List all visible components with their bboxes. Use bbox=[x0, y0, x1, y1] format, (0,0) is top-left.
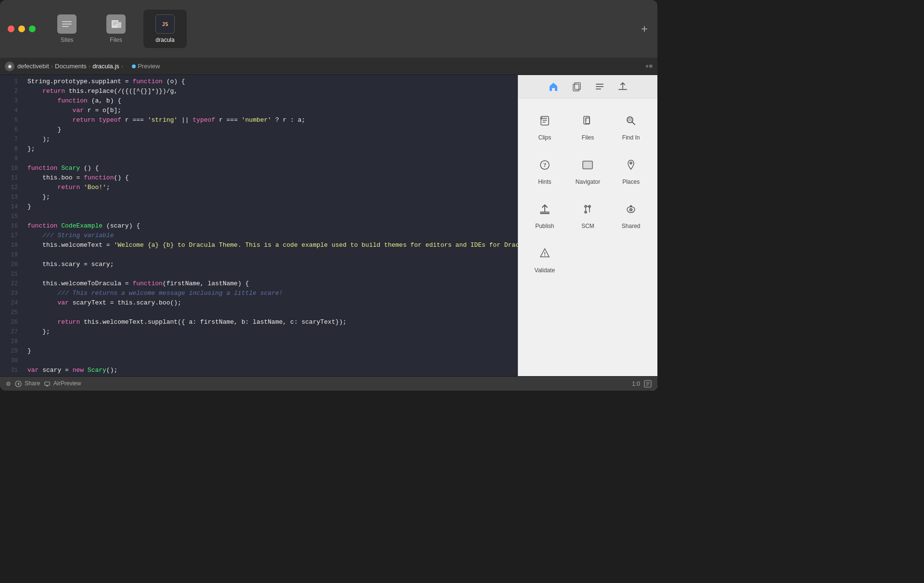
sidebar-home-icon[interactable] bbox=[547, 80, 560, 93]
code-line[interactable]: function (a, b) { bbox=[27, 96, 512, 106]
code-line[interactable]: function CodeExample (scary) { bbox=[27, 221, 512, 231]
tab-sites[interactable]: Sites bbox=[45, 10, 89, 48]
svg-rect-12 bbox=[596, 84, 603, 85]
find-in-icon bbox=[620, 110, 642, 131]
line-number: 18 bbox=[4, 241, 18, 250]
share-button[interactable]: Share bbox=[15, 380, 40, 387]
files-icon bbox=[577, 110, 598, 131]
code-line[interactable]: this.scary = scary; bbox=[27, 260, 512, 269]
close-button[interactable] bbox=[8, 25, 14, 32]
share-label: Share bbox=[25, 380, 40, 387]
code-line[interactable] bbox=[27, 154, 512, 164]
code-line[interactable]: this.welcomeToDracula = function(firstNa… bbox=[27, 279, 512, 289]
code-line[interactable]: ); bbox=[27, 135, 512, 144]
scm-label: SCM bbox=[581, 223, 594, 229]
sidebar-item-clips[interactable]: Clips bbox=[523, 103, 566, 148]
sidebar-item-scm[interactable]: SCM bbox=[566, 192, 610, 236]
sidebar-list-icon[interactable] bbox=[593, 80, 606, 93]
sidebar-item-hints[interactable]: ?Hints bbox=[523, 148, 566, 192]
code-line[interactable]: return typeof r === 'string' || typeof r… bbox=[27, 115, 512, 125]
code-line[interactable] bbox=[27, 308, 512, 317]
status-bar-right: 1:0 bbox=[632, 380, 652, 388]
code-line[interactable]: this.boo = function() { bbox=[27, 173, 512, 183]
gear-button[interactable]: ⚙ bbox=[6, 380, 11, 387]
line-number: 12 bbox=[4, 183, 18, 192]
code-line[interactable]: } bbox=[27, 346, 512, 356]
cursor-position: 1:0 bbox=[632, 380, 640, 387]
sidebar-item-shared[interactable]: Shared bbox=[609, 192, 653, 236]
code-line[interactable] bbox=[27, 269, 512, 279]
sidebar-item-places[interactable]: Places bbox=[609, 148, 653, 192]
svg-rect-22 bbox=[627, 120, 633, 121]
code-line[interactable]: /// This returns a welcome message inclu… bbox=[27, 289, 512, 298]
breadcrumb: defectivebit › Documents › dracula.js › bbox=[17, 63, 123, 70]
code-line[interactable]: var r = o[b]; bbox=[27, 106, 512, 115]
preview-button[interactable]: Preview bbox=[132, 63, 160, 70]
code-line[interactable] bbox=[27, 212, 512, 221]
tab-files[interactable]: Files bbox=[94, 10, 138, 48]
sidebar-upload-icon[interactable] bbox=[616, 80, 629, 93]
add-tab-button[interactable]: + bbox=[641, 22, 648, 36]
line-number: 27 bbox=[4, 327, 18, 337]
places-icon bbox=[620, 154, 642, 176]
svg-rect-18 bbox=[585, 118, 587, 119]
code-line[interactable]: return this.welcomeText.supplant({ a: fi… bbox=[27, 317, 512, 327]
svg-rect-3 bbox=[62, 26, 69, 27]
code-line[interactable]: return 'Boo!'; bbox=[27, 183, 512, 192]
code-content[interactable]: String.prototype.supplant = function (o)… bbox=[22, 77, 518, 389]
sidebar-item-find-in[interactable]: Find In bbox=[609, 103, 653, 148]
maximize-button[interactable] bbox=[29, 25, 36, 32]
code-line[interactable]: }; bbox=[27, 192, 512, 202]
sidebar-copy-icon[interactable] bbox=[570, 80, 583, 93]
code-line[interactable]: } bbox=[27, 125, 512, 135]
code-line[interactable]: }; bbox=[27, 144, 512, 154]
toolbar: ◉ defectivebit › Documents › dracula.js … bbox=[0, 58, 657, 75]
svg-rect-19 bbox=[585, 120, 587, 121]
code-line[interactable]: var scary = new Scary(); bbox=[27, 366, 512, 375]
code-line[interactable]: /// String variable bbox=[27, 231, 512, 241]
code-editor[interactable]: 1234567891011121314151617181920212223242… bbox=[0, 75, 518, 391]
line-number: 25 bbox=[4, 308, 18, 317]
line-number: 1 bbox=[4, 77, 18, 87]
breadcrumb-sep-1: › bbox=[51, 63, 53, 70]
code-line[interactable]: }; bbox=[27, 327, 512, 337]
code-line[interactable] bbox=[27, 356, 512, 366]
code-line[interactable]: } bbox=[27, 202, 512, 212]
line-number: 20 bbox=[4, 260, 18, 269]
toolbar-right: +≡ bbox=[645, 63, 653, 70]
breadcrumb-filename[interactable]: dracula.js bbox=[92, 63, 119, 70]
code-line[interactable]: function Scary () { bbox=[27, 164, 512, 173]
preview-label: Preview bbox=[138, 63, 160, 70]
more-button[interactable]: +≡ bbox=[645, 63, 653, 70]
breadcrumb-documents[interactable]: Documents bbox=[55, 63, 87, 70]
sidebar-item-navigator[interactable]: Navigator bbox=[566, 148, 610, 192]
tab-dracula[interactable]: JS dracula bbox=[143, 10, 187, 48]
sidebar-grid: ClipsFilesFind In?HintsNavigatorPlacesPu… bbox=[518, 99, 657, 285]
code-line[interactable] bbox=[27, 250, 512, 260]
line-number: 5 bbox=[4, 115, 18, 125]
line-number: 9 bbox=[4, 154, 18, 164]
code-line[interactable] bbox=[27, 337, 512, 346]
shared-label: Shared bbox=[622, 223, 641, 229]
svg-rect-10 bbox=[573, 84, 579, 91]
line-number: 7 bbox=[4, 135, 18, 144]
minimize-button[interactable] bbox=[18, 25, 25, 32]
sidebar-item-validate[interactable]: !Validate bbox=[523, 236, 566, 280]
navigator-icon bbox=[577, 154, 598, 176]
code-area[interactable]: 1234567891011121314151617181920212223242… bbox=[0, 75, 518, 391]
svg-rect-27 bbox=[588, 162, 591, 165]
line-number: 16 bbox=[4, 221, 18, 231]
code-line[interactable]: this.welcomeText = 'Welcome {a} {b} to D… bbox=[27, 241, 512, 250]
breadcrumb-defectivebit[interactable]: defectivebit bbox=[17, 63, 49, 70]
line-number: 11 bbox=[4, 173, 18, 183]
sidebar-item-publish[interactable]: Publish bbox=[523, 192, 566, 236]
validate-label: Validate bbox=[535, 267, 555, 274]
sidebar-item-files[interactable]: Files bbox=[566, 103, 610, 148]
nav-back-button[interactable]: ◉ bbox=[5, 62, 14, 71]
code-line[interactable]: String.prototype.supplant = function (o)… bbox=[27, 77, 512, 87]
code-line[interactable]: return this.replace(/({([^{}]*)})/g, bbox=[27, 87, 512, 96]
code-line[interactable]: var scaryText = this.scary.boo(); bbox=[27, 298, 512, 308]
line-number: 8 bbox=[4, 144, 18, 154]
airpreview-button[interactable]: AirPreview bbox=[44, 380, 81, 387]
main-layout: 1234567891011121314151617181920212223242… bbox=[0, 75, 657, 391]
